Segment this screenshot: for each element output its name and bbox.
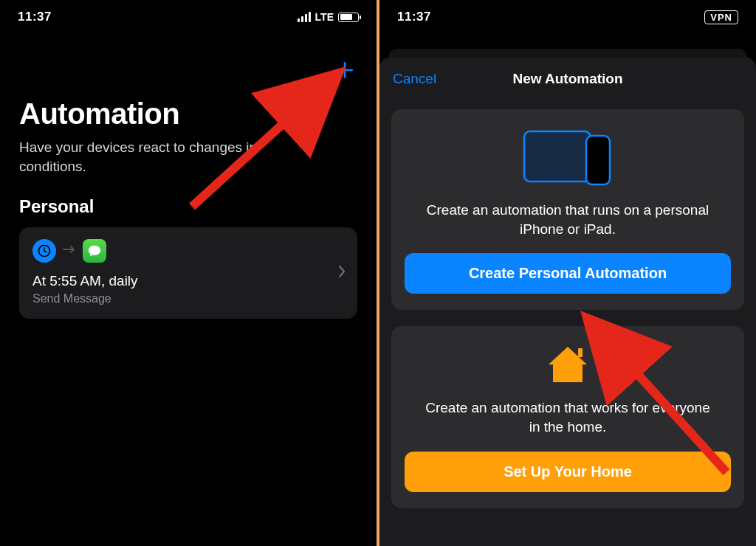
section-heading-personal: Personal <box>19 196 357 217</box>
new-automation-sheet: Cancel New Automation Create an automati… <box>379 58 756 546</box>
status-bar: 11:37 VPN <box>379 0 756 34</box>
sheet-title: New Automation <box>512 71 622 87</box>
messages-app-icon <box>83 239 106 263</box>
add-automation-button[interactable] <box>332 58 357 83</box>
create-personal-automation-button[interactable]: Create Personal Automation <box>405 253 731 294</box>
arrow-right-icon <box>62 243 77 258</box>
home-icon <box>405 344 731 387</box>
plus-icon <box>335 61 354 80</box>
svg-rect-4 <box>578 348 583 357</box>
automation-subtitle: Send Message <box>32 292 344 305</box>
automation-title: At 5:55 AM, daily <box>32 273 344 289</box>
personal-automation-description: Create an automation that runs on a pers… <box>420 201 715 238</box>
devices-icon <box>405 127 731 189</box>
home-automation-description: Create an automation that works for ever… <box>420 398 715 436</box>
battery-icon <box>338 13 359 22</box>
cellular-signal-icon <box>298 12 311 22</box>
svg-rect-2 <box>524 131 591 182</box>
page-title: Automation <box>19 97 357 131</box>
status-time: 11:37 <box>18 10 52 24</box>
clock-icon <box>32 239 56 263</box>
cancel-button[interactable]: Cancel <box>393 71 436 87</box>
automation-card[interactable]: At 5:55 AM, daily Send Message <box>19 227 357 319</box>
network-label: LTE <box>315 11 334 23</box>
home-automation-card: Create an automation that works for ever… <box>391 326 744 508</box>
page-subtitle: Have your devices react to changes in co… <box>19 138 315 176</box>
personal-automation-card: Create an automation that runs on a pers… <box>391 109 744 310</box>
status-time: 11:37 <box>397 10 431 24</box>
status-bar: 11:37 LTE <box>0 0 377 34</box>
chevron-right-icon <box>338 265 346 281</box>
svg-rect-3 <box>586 136 610 184</box>
vpn-badge: VPN <box>704 10 738 24</box>
set-up-home-button[interactable]: Set Up Your Home <box>405 452 731 492</box>
